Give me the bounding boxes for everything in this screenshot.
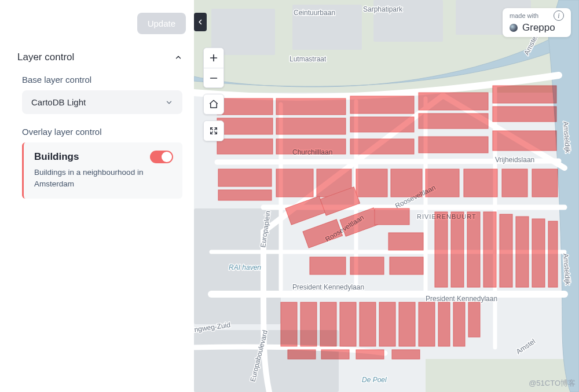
brand-logo-icon: [510, 24, 518, 32]
svg-rect-37: [483, 212, 496, 287]
zoom-out-button[interactable]: [204, 68, 223, 87]
svg-rect-56: [379, 302, 395, 346]
svg-rect-49: [389, 233, 423, 250]
map-surface[interactable]: Ceintuurbaan Sarphatipark Lutmastraat Ch…: [194, 0, 579, 392]
home-button[interactable]: [204, 94, 223, 114]
fullscreen-button-group: [203, 120, 224, 141]
road-label: Vrijheidslaan: [495, 156, 534, 164]
info-icon[interactable]: i: [554, 10, 564, 21]
svg-rect-34: [435, 212, 448, 287]
road-label: President Kennedylaan: [292, 283, 364, 291]
home-button-group: [203, 94, 224, 115]
svg-rect-53: [320, 302, 336, 346]
svg-rect-36: [467, 212, 480, 287]
svg-rect-23: [493, 131, 556, 151]
svg-rect-17: [493, 86, 556, 103]
road-label: Ceintuurbaan: [294, 9, 335, 17]
svg-rect-55: [360, 302, 376, 346]
svg-rect-41: [548, 221, 558, 287]
svg-rect-51: [281, 302, 297, 346]
chevron-left-icon: [197, 19, 204, 25]
layer-control-body: Base layer control CartoDB Light Overlay…: [0, 70, 194, 199]
svg-rect-26: [276, 169, 313, 197]
map-controls: [203, 47, 224, 141]
svg-rect-15: [419, 93, 488, 110]
svg-rect-58: [419, 302, 435, 346]
chevron-down-icon: [165, 98, 173, 107]
base-layer-selected: CartoDB Light: [31, 97, 86, 107]
svg-rect-50: [375, 208, 409, 225]
road-label: Lutmastraat: [290, 55, 327, 63]
svg-rect-62: [288, 350, 316, 359]
svg-rect-59: [438, 302, 450, 346]
svg-rect-11: [276, 98, 346, 115]
overlay-card-top: Buildings: [34, 151, 173, 163]
layer-control-header[interactable]: Layer control: [0, 45, 194, 70]
home-icon: [208, 99, 219, 109]
minus-icon: [209, 74, 218, 83]
overlay-layer-card: Buildings Buildings in a neighbourhood i…: [22, 142, 182, 199]
overlay-toggle[interactable]: [150, 151, 173, 163]
svg-rect-60: [453, 302, 465, 346]
svg-rect-21: [350, 139, 414, 154]
svg-rect-22: [419, 137, 488, 153]
road-label: Sarphatipark: [363, 5, 403, 13]
attribution-label: made with: [510, 12, 538, 19]
update-button[interactable]: Update: [137, 13, 186, 34]
layer-control-title: Layer control: [17, 52, 74, 63]
water-label: De Poel: [362, 376, 387, 384]
svg-rect-64: [356, 350, 384, 359]
svg-rect-54: [340, 302, 356, 346]
svg-rect-10: [217, 118, 273, 134]
svg-rect-46: [310, 257, 346, 274]
base-layer-label: Base layer control: [22, 75, 182, 85]
svg-rect-28: [356, 169, 387, 197]
svg-rect-52: [301, 302, 317, 346]
svg-rect-9: [217, 98, 273, 115]
svg-rect-57: [399, 302, 415, 346]
zoom-controls: [203, 47, 224, 88]
svg-rect-61: [468, 302, 480, 337]
svg-rect-18: [493, 107, 556, 122]
watermark: @51CTO博客: [529, 378, 576, 389]
svg-rect-19: [217, 139, 273, 154]
svg-rect-33: [532, 169, 558, 197]
chevron-up-icon: [174, 53, 182, 61]
toggle-knob: [162, 152, 172, 162]
water-label: RAI haven: [229, 263, 261, 272]
svg-rect-35: [451, 212, 464, 287]
svg-rect-25: [218, 190, 272, 200]
svg-rect-13: [350, 96, 414, 113]
zoom-in-button[interactable]: [204, 48, 223, 68]
svg-rect-48: [390, 257, 423, 274]
svg-rect-40: [532, 219, 545, 287]
map-panel[interactable]: Ceintuurbaan Sarphatipark Lutmastraat Ch…: [194, 0, 579, 392]
svg-rect-16: [419, 113, 488, 129]
svg-rect-14: [350, 117, 414, 132]
fullscreen-icon: [209, 126, 218, 135]
overlay-title: Buildings: [34, 151, 79, 163]
svg-rect-65: [392, 350, 420, 359]
svg-rect-47: [350, 257, 384, 274]
overlay-layer-label: Overlay layer control: [22, 127, 182, 137]
attribution-brand: Greppo: [522, 22, 555, 34]
fullscreen-button[interactable]: [204, 121, 223, 141]
sidebar-collapse-button[interactable]: [194, 13, 207, 31]
svg-rect-30: [426, 169, 459, 197]
svg-rect-63: [321, 350, 349, 359]
attribution-badge: made with i Greppo: [503, 8, 571, 37]
svg-rect-12: [276, 118, 346, 134]
overlay-description: Buildings in a neighbourhood in Amsterda…: [34, 167, 173, 189]
sidebar: Update Layer control Base layer control …: [0, 0, 194, 392]
svg-rect-38: [500, 214, 512, 287]
update-row: Update: [0, 9, 194, 45]
svg-rect-32: [502, 169, 527, 197]
svg-rect-20: [276, 139, 346, 154]
svg-rect-29: [391, 169, 422, 197]
plus-icon: [209, 53, 218, 63]
svg-rect-24: [218, 169, 272, 186]
svg-rect-39: [516, 217, 529, 287]
base-layer-select[interactable]: CartoDB Light: [22, 90, 182, 114]
svg-rect-31: [464, 169, 497, 197]
road-label: President Kennedylaan: [426, 295, 497, 303]
